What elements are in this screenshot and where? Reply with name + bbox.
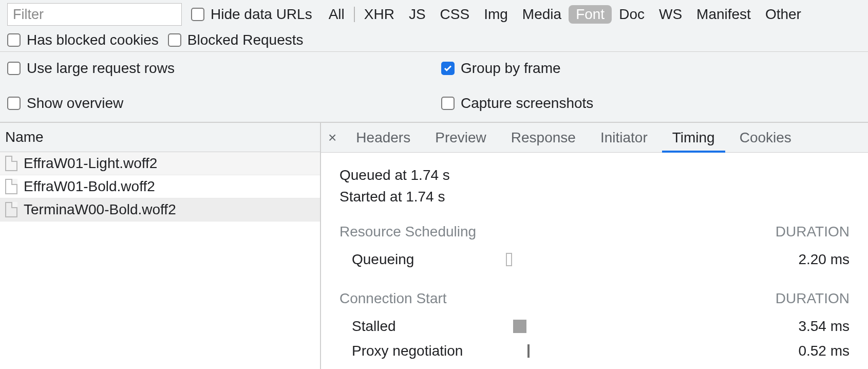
- request-row[interactable]: TerminaW00-Bold.woff2: [0, 198, 320, 222]
- file-icon: [5, 156, 17, 171]
- type-filter-doc[interactable]: Doc: [612, 5, 652, 24]
- type-filter-all[interactable]: All: [322, 5, 352, 24]
- tab-response[interactable]: Response: [499, 123, 588, 152]
- request-list-panel: Name EffraW01-Light.woff2EffraW01-Bold.w…: [0, 123, 321, 369]
- timing-row-value: 0.52 ms: [767, 343, 850, 359]
- type-filter-separator: [354, 7, 355, 22]
- timing-bar: [527, 344, 530, 358]
- request-name: EffraW01-Light.woff2: [24, 155, 157, 172]
- capture-screenshots-label: Capture screenshots: [461, 95, 593, 112]
- detail-tab-bar: × HeadersPreviewResponseInitiatorTimingC…: [321, 123, 868, 153]
- type-filter-media[interactable]: Media: [515, 5, 569, 24]
- file-icon: [5, 202, 17, 217]
- show-overview-label: Show overview: [27, 95, 123, 112]
- show-overview-checkbox[interactable]: Show overview: [7, 95, 123, 112]
- timing-row-label: Proxy negotiation: [352, 343, 506, 359]
- timing-bar-zone: [506, 344, 767, 358]
- tab-cookies[interactable]: Cookies: [727, 123, 804, 152]
- timing-row-label: Queueing: [352, 251, 506, 268]
- type-filter-manifest[interactable]: Manifest: [689, 5, 758, 24]
- file-icon: [5, 179, 17, 194]
- checkbox-icon: [7, 33, 21, 47]
- request-row[interactable]: EffraW01-Light.woff2: [0, 152, 320, 175]
- type-filter-ws[interactable]: WS: [652, 5, 689, 24]
- name-column-header: Name: [5, 129, 44, 145]
- type-filter-font[interactable]: Font: [569, 5, 612, 24]
- timing-section-header: Connection StartDURATION: [339, 290, 850, 307]
- type-filter-css[interactable]: CSS: [433, 5, 477, 24]
- timing-row-value: 3.54 ms: [767, 318, 850, 335]
- timing-bar-zone: [506, 253, 767, 266]
- toolbar-row-filters: Hide data URLs AllXHRJSCSSImgMediaFontDo…: [0, 0, 868, 29]
- timing-bar: [506, 253, 512, 266]
- group-by-frame-label: Group by frame: [461, 60, 561, 77]
- checkbox-icon: [7, 97, 21, 110]
- duration-header: DURATION: [776, 290, 850, 307]
- timing-row-value: 2.20 ms: [767, 251, 850, 268]
- type-filter-other[interactable]: Other: [758, 5, 808, 24]
- hide-data-urls-label: Hide data URLs: [211, 6, 312, 23]
- checkbox-icon: [191, 8, 204, 21]
- type-filter-img[interactable]: Img: [477, 5, 515, 24]
- started-at-line: Started at 1.74 s: [339, 189, 850, 205]
- timing-section-title: Resource Scheduling: [339, 224, 476, 240]
- use-large-rows-checkbox[interactable]: Use large request rows: [7, 60, 175, 77]
- checkbox-icon: [441, 97, 455, 110]
- timing-bar: [513, 320, 526, 333]
- tab-headers[interactable]: Headers: [344, 123, 423, 152]
- blocked-requests-label: Blocked Requests: [187, 32, 304, 48]
- tab-initiator[interactable]: Initiator: [588, 123, 660, 152]
- checkbox-icon: [168, 33, 181, 47]
- request-name: EffraW01-Bold.woff2: [24, 178, 155, 195]
- timing-section: Connection StartDURATIONStalled3.54 msPr…: [339, 290, 850, 363]
- blocked-requests-checkbox[interactable]: Blocked Requests: [168, 32, 304, 48]
- request-name: TerminaW00-Bold.woff2: [24, 201, 176, 218]
- timing-row: Proxy negotiation0.52 ms: [339, 339, 850, 363]
- timing-section-title: Connection Start: [339, 290, 447, 307]
- timing-row: Queueing2.20 ms: [339, 247, 850, 272]
- request-list-header[interactable]: Name: [0, 123, 320, 152]
- checkbox-icon: [441, 62, 455, 75]
- capture-screenshots-checkbox[interactable]: Capture screenshots: [441, 95, 593, 112]
- request-detail-panel: × HeadersPreviewResponseInitiatorTimingC…: [321, 123, 868, 369]
- type-filter-xhr[interactable]: XHR: [357, 5, 402, 24]
- hide-data-urls-checkbox[interactable]: Hide data URLs: [191, 6, 312, 23]
- tab-preview[interactable]: Preview: [423, 123, 499, 152]
- toolbar-options-grid: Use large request rows Group by frame Sh…: [0, 51, 868, 122]
- has-blocked-cookies-label: Has blocked cookies: [27, 32, 159, 48]
- use-large-rows-label: Use large request rows: [27, 60, 175, 77]
- request-list: EffraW01-Light.woff2EffraW01-Bold.woff2T…: [0, 152, 320, 369]
- timing-panel: Queued at 1.74 s Started at 1.74 s Resou…: [321, 153, 868, 369]
- has-blocked-cookies-checkbox[interactable]: Has blocked cookies: [7, 32, 159, 48]
- request-row[interactable]: EffraW01-Bold.woff2: [0, 175, 320, 198]
- group-by-frame-checkbox[interactable]: Group by frame: [441, 60, 561, 77]
- checkbox-icon: [7, 62, 21, 75]
- timing-row: Stalled3.54 ms: [339, 314, 850, 339]
- tab-timing[interactable]: Timing: [660, 123, 727, 152]
- toolbar-row-blocked: Has blocked cookies Blocked Requests: [0, 29, 868, 51]
- filter-input[interactable]: [7, 3, 182, 26]
- main-split: Name EffraW01-Light.woff2EffraW01-Bold.w…: [0, 122, 868, 369]
- queued-at-line: Queued at 1.74 s: [339, 167, 850, 183]
- timing-section-header: Resource SchedulingDURATION: [339, 224, 850, 240]
- duration-header: DURATION: [776, 224, 850, 240]
- type-filter-bar: AllXHRJSCSSImgMediaFontDocWSManifestOthe…: [322, 5, 808, 24]
- timing-row-label: Stalled: [352, 318, 506, 335]
- network-toolbar: Hide data URLs AllXHRJSCSSImgMediaFontDo…: [0, 0, 868, 122]
- timing-bar-zone: [506, 320, 767, 333]
- close-icon[interactable]: ×: [326, 127, 344, 148]
- timing-section: Resource SchedulingDURATIONQueueing2.20 …: [339, 224, 850, 272]
- type-filter-js[interactable]: JS: [402, 5, 433, 24]
